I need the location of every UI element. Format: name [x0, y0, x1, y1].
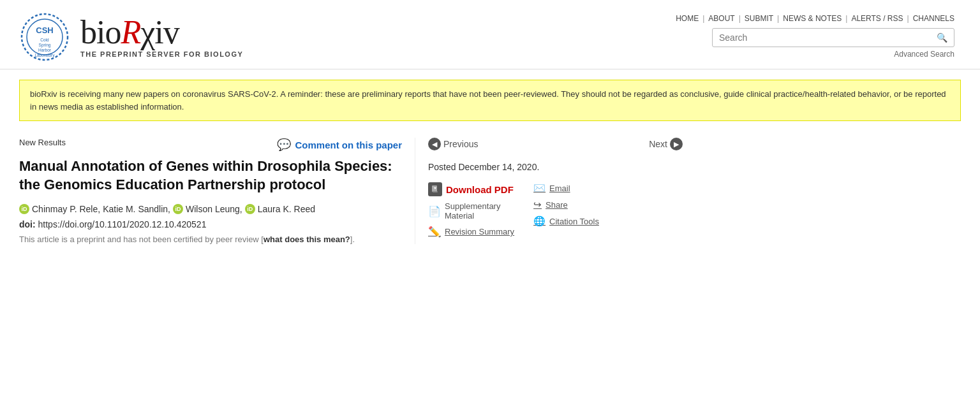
- author-4: Laura K. Reed: [258, 204, 315, 214]
- nav-sep-5: |: [907, 14, 909, 23]
- svg-text:CSH: CSH: [36, 25, 53, 35]
- revision-label: Revision Summary: [445, 227, 514, 236]
- posted-date: Posted December 14, 2020.: [428, 162, 683, 172]
- download-pdf-icon: [428, 182, 442, 196]
- doi-link[interactable]: https://doi.org/10.1101/2020.12.10.42052…: [38, 219, 207, 229]
- next-label: Next: [649, 139, 667, 149]
- supplementary-material-button[interactable]: 📄 SupplementaryMaterial: [428, 201, 514, 221]
- share-icon: ↪: [533, 199, 542, 210]
- share-label: Share: [546, 200, 568, 210]
- svg-rect-7: [432, 185, 437, 192]
- search-box[interactable]: 🔍: [712, 28, 954, 47]
- supplementary-label: SupplementaryMaterial: [445, 201, 500, 221]
- action-col-right: ✉️ Email ↪ Share 🌐 Citation Tools: [533, 182, 599, 227]
- nav-sep-2: |: [739, 14, 741, 23]
- doi-line: doi: https://doi.org/10.1101/2020.12.10.…: [19, 219, 402, 229]
- svg-text:Harbor: Harbor: [38, 48, 52, 52]
- author-1: Chinmay P. Rele,: [32, 204, 100, 214]
- preprint-text-before: This article is a preprint and has not b…: [19, 235, 264, 244]
- banner-text: bioRxiv is receiving many new papers on …: [30, 89, 946, 112]
- preprint-text-after: ].: [350, 235, 355, 244]
- nav-news[interactable]: NEWS & NOTES: [783, 14, 842, 23]
- action-col-left: Download PDF 📄 SupplementaryMaterial ✏️ …: [428, 182, 514, 238]
- sidebar: ◀ Previous Next ▶ Posted December 14, 20…: [415, 138, 683, 244]
- article-type: New Results: [19, 138, 66, 147]
- search-input[interactable]: [719, 33, 937, 43]
- previous-label: Previous: [443, 139, 478, 149]
- article-area: New Results 💬 Comment on this paper Manu…: [19, 138, 415, 244]
- what-does-this-mean-link[interactable]: what does this mean?: [264, 235, 350, 244]
- download-pdf-button[interactable]: Download PDF: [428, 182, 514, 196]
- comment-on-paper-link[interactable]: 💬 Comment on this paper: [277, 138, 402, 152]
- svg-text:Spring: Spring: [39, 43, 51, 48]
- authors-line: iD Chinmay P. Rele, Katie M. Sandlin, iD…: [19, 204, 402, 214]
- next-arrow-icon: ▶: [670, 138, 683, 150]
- biorxiv-logo: bioRχiv THE PREPRINT SERVER FOR BIOLOGY: [80, 16, 243, 58]
- nav-sep-3: |: [777, 14, 779, 23]
- author-3: Wilson Leung,: [186, 204, 242, 214]
- orcid-icon-1: iD: [19, 204, 29, 214]
- orcid-icon-3: iD: [245, 204, 255, 214]
- previous-arrow-icon: ◀: [428, 138, 441, 150]
- action-row: Download PDF 📄 SupplementaryMaterial ✏️ …: [428, 182, 683, 238]
- orcid-icon-2: iD: [173, 204, 183, 214]
- email-button[interactable]: ✉️ Email: [533, 182, 599, 194]
- comment-bubble-icon: 💬: [277, 138, 291, 152]
- nav-submit[interactable]: SUBMIT: [745, 14, 773, 23]
- covid-banner: bioRxiv is receiving many new papers on …: [19, 80, 961, 121]
- nav-sep-4: |: [845, 14, 847, 23]
- citation-icon: 🌐: [533, 215, 546, 227]
- comment-label: Comment on this paper: [295, 140, 402, 150]
- nav-alerts[interactable]: ALERTS / RSS: [851, 14, 903, 23]
- revision-icon: ✏️: [428, 226, 441, 238]
- svg-rect-9: [433, 191, 438, 192]
- header-right: HOME | ABOUT | SUBMIT | NEWS & NOTES | A…: [676, 11, 954, 59]
- share-button[interactable]: ↪ Share: [533, 199, 599, 210]
- nav-about[interactable]: ABOUT: [708, 14, 734, 23]
- nav-sep-1: |: [702, 14, 704, 23]
- download-pdf-label: Download PDF: [446, 184, 514, 195]
- logo-xiv: χiv: [140, 14, 179, 50]
- next-button[interactable]: Next ▶: [649, 138, 683, 150]
- supplementary-icon: 📄: [428, 205, 441, 217]
- citation-label: Citation Tools: [549, 217, 599, 226]
- svg-text:Laboratory: Laboratory: [34, 53, 55, 58]
- logo-area: CSH Cold Spring Harbor Laboratory bioRχi…: [19, 11, 243, 62]
- article-title: Manual Annotation of Genes within Drosop…: [19, 157, 402, 194]
- logo-bio: bio: [80, 14, 121, 50]
- main-content: New Results 💬 Comment on this paper Manu…: [0, 131, 980, 257]
- csh-logo: CSH Cold Spring Harbor Laboratory: [19, 11, 70, 62]
- nav-channels[interactable]: CHANNELS: [913, 14, 954, 23]
- article-nav-row: ◀ Previous Next ▶: [428, 138, 683, 150]
- search-icon: 🔍: [937, 33, 947, 43]
- preprint-note: This article is a preprint and has not b…: [19, 235, 402, 244]
- email-icon: ✉️: [533, 182, 546, 194]
- biorxiv-subtitle: THE PREPRINT SERVER FOR BIOLOGY: [80, 50, 243, 58]
- site-header: CSH Cold Spring Harbor Laboratory bioRχi…: [0, 0, 980, 69]
- search-area: 🔍 Advanced Search: [712, 28, 954, 59]
- revision-summary-button[interactable]: ✏️ Revision Summary: [428, 226, 514, 238]
- author-2: Katie M. Sandlin,: [103, 204, 170, 214]
- citation-tools-button[interactable]: 🌐 Citation Tools: [533, 215, 599, 227]
- svg-text:Cold: Cold: [40, 38, 49, 42]
- previous-button[interactable]: ◀ Previous: [428, 138, 478, 150]
- doi-label: doi:: [19, 219, 36, 229]
- advanced-search-link[interactable]: Advanced Search: [894, 50, 954, 59]
- email-label: Email: [549, 184, 570, 193]
- logo-r: R: [121, 14, 140, 50]
- article-header-row: New Results 💬 Comment on this paper: [19, 138, 402, 154]
- nav-home[interactable]: HOME: [676, 14, 699, 23]
- top-nav: HOME | ABOUT | SUBMIT | NEWS & NOTES | A…: [676, 14, 954, 23]
